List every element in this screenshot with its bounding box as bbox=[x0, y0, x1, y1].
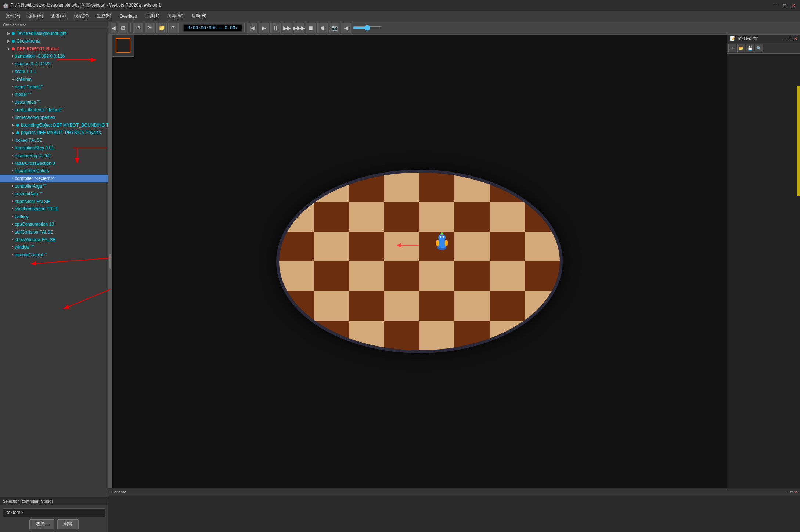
tree-item-self-collision[interactable]: • selfCollision FALSE bbox=[0, 228, 108, 236]
checker-cell bbox=[454, 232, 490, 261]
te-close[interactable]: ✕ bbox=[794, 37, 797, 41]
toolbar-ff-btn[interactable]: ▶▶ bbox=[282, 23, 292, 33]
toolbar-layout-btn[interactable]: ⊞ bbox=[118, 23, 128, 33]
toolbar-record-btn[interactable]: ⏺ bbox=[317, 23, 328, 33]
tree-item-physics[interactable]: ▶ physics DEF MYBOT_PHYSICS Physics bbox=[0, 129, 108, 137]
tree-item-name[interactable]: • name "robot1" bbox=[0, 83, 108, 91]
select-button[interactable]: 选择... bbox=[29, 519, 54, 529]
toolbar-play-btn[interactable]: ▶ bbox=[259, 23, 269, 33]
tree-item-recognition-colors[interactable]: • recognitionColors bbox=[0, 167, 108, 175]
tree-item-battery[interactable]: • battery bbox=[0, 213, 108, 221]
tree-item-children[interactable]: ▶ children bbox=[0, 76, 108, 83]
toolbar-expand-btn[interactable]: ◀ bbox=[111, 23, 116, 33]
controller-input[interactable] bbox=[3, 508, 105, 517]
tree-item-scale[interactable]: • scale 1 1 1 bbox=[0, 68, 108, 76]
checker-cell bbox=[314, 232, 349, 261]
checker-cell bbox=[454, 173, 490, 202]
toolbar-reset-btn[interactable]: ↺ bbox=[133, 23, 143, 33]
checker-cell bbox=[279, 291, 314, 321]
toolbar-pause-btn[interactable]: ⏸ bbox=[270, 23, 281, 33]
tree-item-textured-bg[interactable]: ▶ TexturedBackgroundLight bbox=[0, 30, 108, 37]
te-minimize[interactable]: ─ bbox=[783, 37, 786, 41]
tree-item-rotation-step[interactable]: • rotationStep 0.262 bbox=[0, 152, 108, 160]
tree-item-rotation[interactable]: • rotation 0 -1 0.222 bbox=[0, 60, 108, 68]
menu-tools[interactable]: 工具(T) bbox=[141, 12, 163, 20]
tree-item-locked[interactable]: • locked FALSE bbox=[0, 137, 108, 144]
arrow-icon: ▶ bbox=[7, 39, 10, 44]
edit-button[interactable]: 编辑 bbox=[57, 519, 79, 529]
tree-item-cpu-consumption[interactable]: • cpuConsumption 10 bbox=[0, 221, 108, 228]
minimize-button[interactable]: ─ bbox=[773, 3, 779, 8]
menu-simulate[interactable]: 模拟(S) bbox=[70, 12, 92, 20]
checker-cell bbox=[454, 291, 490, 321]
tree-item-translation-step[interactable]: • translationStep 0.01 bbox=[0, 144, 108, 152]
tree-item-def-robot1[interactable]: ● DEF ROBOT1 Robot bbox=[0, 45, 108, 53]
toolbar-start-btn[interactable]: |◀ bbox=[247, 23, 257, 33]
toolbar-screenshot-btn[interactable]: 📷 bbox=[329, 23, 339, 33]
toolbar-eye-btn[interactable]: 👁 bbox=[145, 23, 155, 33]
menu-edit[interactable]: 编辑(E) bbox=[25, 12, 47, 20]
svg-point-14 bbox=[440, 236, 441, 238]
te-open-btn[interactable]: 📂 bbox=[737, 44, 745, 52]
tree-item-supervisor[interactable]: • supervisor FALSE bbox=[0, 198, 108, 206]
scene-tree[interactable]: ▶ TexturedBackgroundLight ▶ CircleArena … bbox=[0, 29, 108, 497]
tree-item-show-window[interactable]: • showWindow FALSE bbox=[0, 236, 108, 244]
checker-cell bbox=[419, 321, 455, 350]
tree-item-model[interactable]: • model "" bbox=[0, 91, 108, 98]
tree-item-translation[interactable]: • translation -0.382 0 0.136 bbox=[0, 53, 108, 60]
menu-build[interactable]: 生成(B) bbox=[93, 12, 115, 20]
selection-status: Selection: controller (String) bbox=[0, 497, 108, 505]
viewport-container: 📝 Text Editor ─ □ ✕ + 📂 💾 🔍 bbox=[108, 35, 800, 488]
toolbar-folder-btn[interactable]: 📁 bbox=[156, 23, 167, 33]
tree-item-remote-control[interactable]: • remoteControl "" bbox=[0, 251, 108, 259]
tree-item-immersion-props[interactable]: • immersionProperties bbox=[0, 114, 108, 122]
menu-guide[interactable]: 向导(W) bbox=[164, 12, 187, 20]
te-save-btn[interactable]: 💾 bbox=[746, 44, 754, 52]
right-panel: ◀ ⊞ ↺ 👁 📁 ⟳ 0:00:00:000 — 0.00x |◀ ▶ ⏸ ▶… bbox=[108, 21, 800, 532]
checker-cell bbox=[419, 202, 455, 232]
speed-slider[interactable] bbox=[353, 25, 382, 31]
menu-overlays[interactable]: Overlays bbox=[116, 12, 140, 20]
tree-item-radar-cross[interactable]: • radarCrossSection 0 bbox=[0, 160, 108, 167]
te-search-btn[interactable]: 🔍 bbox=[755, 44, 763, 52]
checker-cell bbox=[349, 232, 385, 261]
tree-item-synchronization[interactable]: • synchronization TRUE bbox=[0, 205, 108, 213]
menu-help[interactable]: 帮助(H) bbox=[188, 12, 210, 20]
tree-item-bounding-object[interactable]: ▶ boundingObject DEF MYBOT_BOUNDING Tra bbox=[0, 122, 108, 129]
checker-cell bbox=[349, 173, 385, 202]
close-button[interactable]: ✕ bbox=[790, 3, 797, 8]
checker-grid bbox=[279, 173, 560, 350]
menu-view[interactable]: 查看(V) bbox=[47, 12, 69, 20]
maximize-button[interactable]: □ bbox=[782, 3, 788, 8]
title-icon: 🤖 bbox=[3, 3, 8, 8]
text-editor-content[interactable] bbox=[727, 54, 800, 488]
console-close[interactable]: ✕ bbox=[794, 490, 797, 494]
te-new-btn[interactable]: + bbox=[728, 44, 736, 52]
tree-item-controller[interactable]: • controller "<extern>" bbox=[0, 175, 108, 182]
3d-viewport[interactable] bbox=[112, 35, 727, 488]
te-maximize[interactable]: □ bbox=[789, 37, 791, 41]
title-text: F:\仿真webots\worlds\example.wbt (仿真webots… bbox=[11, 2, 161, 8]
tree-item-contact-material[interactable]: • contactMaterial "default" bbox=[0, 106, 108, 114]
toolbar-back-btn[interactable]: ◀ bbox=[341, 23, 351, 33]
tree-item-window[interactable]: • window "" bbox=[0, 243, 108, 251]
checker-cell bbox=[525, 202, 560, 232]
checker-cell bbox=[419, 291, 455, 321]
menu-file[interactable]: 文件(F) bbox=[2, 12, 24, 20]
checker-cell bbox=[349, 291, 385, 321]
mini-preview bbox=[112, 35, 134, 57]
checker-cell bbox=[384, 232, 419, 261]
strip-handle bbox=[109, 254, 111, 269]
toolbar-fff-btn[interactable]: ▶▶▶ bbox=[294, 23, 304, 33]
console-minimize[interactable]: ─ bbox=[786, 490, 789, 494]
tree-item-description[interactable]: • description "" bbox=[0, 98, 108, 106]
console-maximize[interactable]: □ bbox=[790, 490, 793, 494]
te-scrollbar bbox=[797, 86, 800, 196]
node-dot bbox=[16, 131, 19, 134]
toolbar-reload-btn[interactable]: ⟳ bbox=[168, 23, 179, 33]
tree-item-controller-args[interactable]: • controllerArgs "" bbox=[0, 182, 108, 190]
tree-item-circle-arena[interactable]: ▶ CircleArena bbox=[0, 37, 108, 45]
console-content[interactable] bbox=[108, 496, 800, 532]
toolbar-stop-btn[interactable]: ⏹ bbox=[306, 23, 316, 33]
tree-item-custom-data[interactable]: • customData "" bbox=[0, 190, 108, 198]
